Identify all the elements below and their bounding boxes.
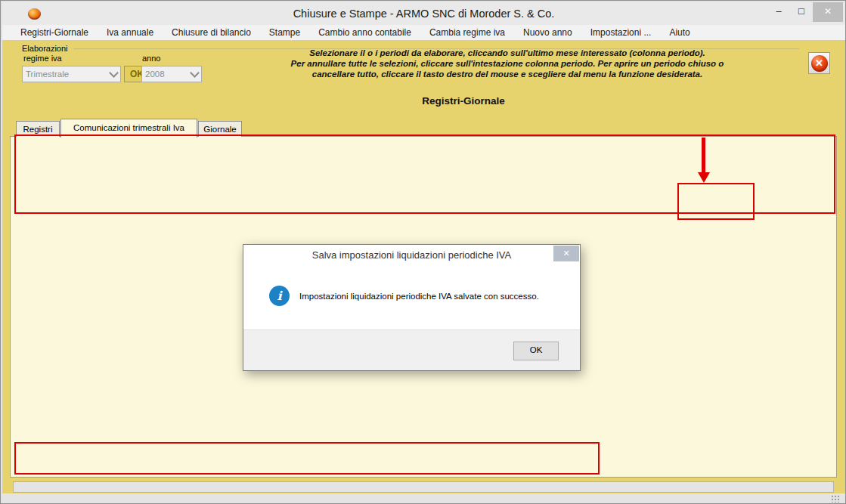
menu-bar: Registri-GiornaleIva annualeChiusure di … [2,25,845,40]
menu-item-iva-annuale[interactable]: Iva annuale [98,27,163,38]
close-icon: ✕ [811,55,828,72]
tab-registri[interactable]: Registri [16,121,60,137]
app-window: Chiusure e Stampe - ARMO SNC di Moroder … [0,0,846,504]
close-button[interactable]: ✕ [813,2,843,22]
anno-label: anno [142,54,160,63]
regime-iva-value: Trimestrale [26,70,110,79]
chevron-down-icon [109,68,119,78]
menu-item-chiusure-di-bilancio[interactable]: Chiusure di bilancio [163,27,260,38]
menu-item-aiuto[interactable]: Aiuto [660,27,699,38]
anno-select: 2008 [141,66,202,82]
dialog-message: Impostazioni liquidazioni periodiche IVA… [299,292,539,301]
menu-item-nuovo-anno[interactable]: Nuovo anno [514,27,581,38]
anno-value: 2008 [145,70,191,79]
save-confirmation-dialog: Salva impostazioni liquidazioni periodic… [243,244,581,371]
tab-giornale[interactable]: Giornale [198,121,242,137]
page-title: Registri-Giornale [123,95,804,107]
dialog-title: Salva impostazioni liquidazioni periodic… [243,245,580,266]
dialog-ok-button[interactable]: OK [513,342,559,360]
title-bar: Chiusure e Stampe - ARMO SNC di Moroder … [2,2,845,25]
dialog-footer: OK [243,329,580,370]
menu-item-impostazioni[interactable]: Impostazioni ... [581,27,661,38]
menu-item-registri-giornale[interactable]: Registri-Giornale [11,27,98,38]
elaborazioni-legend: Elaborazioni [22,44,68,53]
minimize-button[interactable]: – [767,2,790,22]
info-icon: i [269,286,290,306]
exit-button[interactable]: ✕ [808,52,830,74]
status-bar [13,481,834,493]
dialog-close-button[interactable]: ✕ [553,246,579,261]
maximize-button[interactable]: □ [790,2,813,22]
menu-item-cambia-regime-iva[interactable]: Cambia regime iva [420,27,514,38]
resize-grip[interactable] [831,495,840,502]
regime-iva-select: Trimestrale [22,66,121,82]
menu-item-stampe[interactable]: Stampe [260,27,309,38]
regime-iva-label: regime iva [23,54,62,63]
window-title: Chiusure e Stampe - ARMO SNC di Moroder … [2,2,845,25]
menu-item-cambio-anno-contabile[interactable]: Cambio anno contabile [309,27,420,38]
instructions-text: Selezionare il o i periodi da elaborare,… [228,48,787,79]
chevron-down-icon [190,68,200,78]
tab-comunicazioni-trimestrali-iva[interactable]: Comunicazioni trimestrali Iva [60,119,197,138]
